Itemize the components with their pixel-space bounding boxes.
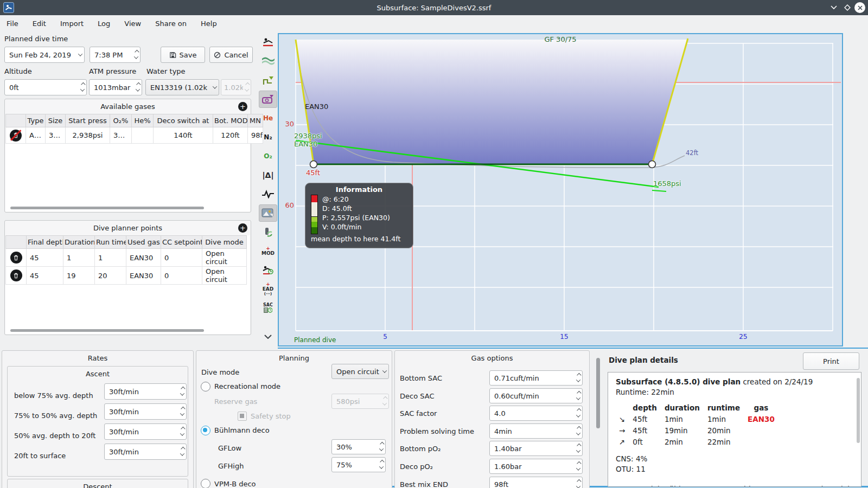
gases-col-size[interactable]: Size: [46, 114, 66, 127]
start-pressure-label: 2938psi: [294, 132, 322, 140]
rate-20ft-surface-spinner[interactable]: 30ft/min: [104, 444, 187, 460]
points-col-mode[interactable]: Dive mode: [202, 236, 247, 249]
problem-solving-time-spinner[interactable]: 4min: [489, 423, 583, 439]
point-row[interactable]: 45 19 20 EAN30 0 Open circuit: [6, 267, 247, 285]
print-button[interactable]: Print: [803, 352, 859, 370]
dive-caption: Planned dive: [294, 336, 336, 344]
depth-tick-30: 30: [281, 120, 294, 128]
deco-sac-spinner[interactable]: 0.60cuft/min: [489, 388, 583, 403]
tooltip-pressure: P: 2,557psi (EAN30): [322, 213, 390, 222]
sac-rate-icon[interactable]: SAC: [259, 299, 277, 317]
rate-50-20ft-spinner[interactable]: 30ft/min: [104, 423, 187, 440]
add-point-button[interactable]: +: [238, 223, 247, 233]
gas-row[interactable]: A… 3… 2,938psi 3… 140ft 120ft 98f: [6, 127, 263, 144]
subsurface-window: { "window": { "title": "Subsurface: Samp…: [0, 0, 868, 488]
photos-icon[interactable]: [259, 204, 277, 222]
plan-segments-table: depth duration runtime gas ↘ 45ft 1min 1…: [619, 403, 782, 448]
pp-o2-icon[interactable]: O₂: [259, 147, 277, 165]
best-mix-end-spinner[interactable]: 98ft: [489, 477, 583, 488]
tts-icon[interactable]: [259, 91, 277, 108]
deco-sac-label: Deco SAC: [400, 392, 434, 400]
profile-toggle-icon[interactable]: [259, 34, 277, 51]
menu-view[interactable]: View: [124, 20, 141, 28]
altitude-spinner[interactable]: 0ft: [4, 79, 87, 95]
cancel-button[interactable]: Cancel: [209, 47, 253, 63]
dive-time-spinner[interactable]: 7:38 PM: [90, 47, 141, 63]
vpmb-deco-label: VPM-B deco: [214, 480, 256, 488]
plan-text-vscrollbar[interactable]: [857, 378, 860, 443]
reserve-gas-spinner-disabled: 580psi: [331, 394, 389, 409]
save-button[interactable]: Save: [161, 47, 205, 63]
delete-gas-icon[interactable]: [10, 130, 22, 142]
water-type-combo[interactable]: EN13319 (1.02k: [145, 79, 219, 95]
gas-change-icon[interactable]: [259, 223, 277, 241]
profile-handle[interactable]: [649, 161, 656, 168]
maximize-button[interactable]: [841, 2, 853, 14]
gases-col-deco-switch[interactable]: Deco switch at: [154, 114, 213, 127]
tooltip-depth: D: 45.0ft: [322, 204, 390, 213]
gases-hscrollbar[interactable]: [10, 207, 204, 209]
rate-75-50-spinner[interactable]: 30ft/min: [104, 403, 187, 420]
close-button[interactable]: [854, 2, 866, 14]
deco-po2-spinner[interactable]: 1.60bar: [489, 459, 583, 474]
pp-he-icon[interactable]: He: [259, 110, 277, 127]
sac-factor-spinner[interactable]: 4.0: [489, 406, 583, 421]
point-row[interactable]: 45 1 1 EAN30 0 Open circuit: [6, 249, 247, 267]
points-col-gas[interactable]: Used gas: [126, 236, 161, 249]
pp-n2-icon[interactable]: N₂: [259, 129, 277, 146]
gases-col-start-press[interactable]: Start press: [66, 114, 110, 127]
profile-handle[interactable]: [310, 161, 317, 168]
dive-profile-chart[interactable]: GF 30/75 30 60 EAN30 2938psi EAN30 45ft …: [278, 33, 843, 346]
bottom-po2-spinner[interactable]: 1.40bar: [489, 441, 583, 456]
plan-otu: OTU: 11: [616, 464, 853, 474]
divider: [278, 348, 868, 349]
delete-point-icon[interactable]: [10, 269, 22, 281]
gases-col-he[interactable]: He%: [132, 114, 154, 127]
atm-pressure-spinner[interactable]: 1013mbar: [89, 79, 142, 95]
menu-share-on[interactable]: Share on: [155, 20, 187, 28]
menu-log[interactable]: Log: [98, 20, 110, 28]
gases-col-bot-mod[interactable]: Bot. MOD: [213, 114, 248, 127]
add-gas-button[interactable]: +: [238, 102, 247, 111]
points-col-depth[interactable]: Final depth: [27, 236, 63, 249]
delete-point-icon[interactable]: [10, 252, 22, 264]
waves-icon[interactable]: [259, 53, 277, 70]
buhlmann-deco-radio[interactable]: [201, 426, 210, 435]
vpmb-deco-radio[interactable]: [201, 479, 210, 488]
bottom-sac-spinner[interactable]: 0.71cuft/min: [489, 370, 583, 386]
delta-pressure-icon[interactable]: |Δ|: [259, 166, 277, 184]
ead-icon[interactable]: +EAD(···): [259, 280, 277, 298]
menu-edit[interactable]: Edit: [33, 20, 46, 28]
dive-mode-label: Dive mode: [201, 368, 239, 376]
ascent-title: Ascent: [8, 367, 188, 381]
gflow-spinner[interactable]: 30%: [331, 439, 386, 454]
recreational-mode-radio[interactable]: [201, 382, 210, 391]
ceiling-icon[interactable]: [259, 72, 277, 89]
heartrate-icon[interactable]: [259, 185, 277, 203]
minimize-button[interactable]: [828, 2, 840, 14]
menu-file[interactable]: File: [7, 20, 18, 28]
dive-date-combo[interactable]: Sun Feb 24, 2019: [4, 47, 85, 63]
ndl-tts-icon[interactable]: [259, 261, 277, 279]
points-col-setpoint[interactable]: CC setpoint: [161, 236, 202, 249]
menu-import[interactable]: Import: [60, 20, 84, 28]
pressure-gas-label: EAN30: [294, 140, 317, 148]
dive-date-value: Sun Feb 24, 2019: [9, 51, 79, 59]
menu-help[interactable]: Help: [201, 20, 217, 28]
planned-dive-time-label: Planned dive time: [4, 35, 68, 43]
gases-col-o2[interactable]: O₂%: [110, 114, 132, 127]
title-bar: Subsurface: SampleDivesV2.ssrf: [0, 0, 868, 15]
gases-col-type[interactable]: Type: [26, 114, 46, 127]
mod-icon[interactable]: +MOD: [259, 242, 277, 260]
rate-below-75-spinner[interactable]: 30ft/min: [104, 383, 187, 400]
bottom-vscrollbar[interactable]: [596, 358, 600, 428]
points-hscrollbar[interactable]: [10, 329, 204, 332]
window-title: Subsurface: SampleDivesV2.ssrf: [0, 4, 868, 12]
points-col-runtime[interactable]: Run time: [95, 236, 126, 249]
points-col-duration[interactable]: Duration: [63, 236, 95, 249]
gas-options-panel: Gas options Bottom SAC 0.71cuft/min Deco…: [394, 350, 590, 488]
dive-mode-combo[interactable]: Open circuit: [331, 364, 389, 379]
rates-panel: Rates Ascent below 75% avg. depth 30ft/m…: [2, 350, 194, 488]
toolbar-scroll-down-icon[interactable]: [259, 328, 277, 345]
gfhigh-spinner[interactable]: 75%: [331, 457, 386, 472]
